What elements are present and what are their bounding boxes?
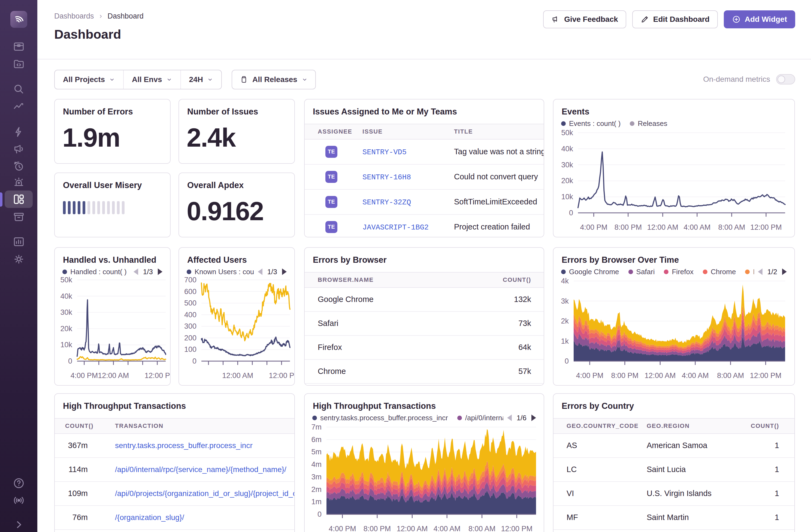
- legend-next-button[interactable]: [158, 269, 163, 275]
- page-title: Dashboard: [54, 27, 121, 42]
- svg-text:4:00 AM: 4:00 AM: [682, 371, 709, 380]
- releases-filter[interactable]: All Releases: [232, 70, 316, 89]
- sidebar-item-feedback[interactable]: [0, 140, 37, 158]
- issue-link[interactable]: SENTRY-VD5: [363, 148, 407, 156]
- add-widget-button[interactable]: Add Widget: [724, 10, 795, 28]
- legend-prev-button[interactable]: [134, 269, 138, 275]
- svg-text:12:00 PM: 12:00 PM: [501, 525, 533, 532]
- legend-items: Google ChromeSafariFirefoxChromeMobile S: [561, 268, 754, 276]
- widget-title: Handled vs. Unhandled: [55, 248, 170, 265]
- issue-link[interactable]: SENTRY-32ZQ: [363, 198, 411, 207]
- megaphone-icon: [551, 15, 560, 24]
- transaction-link[interactable]: /{organization_slug}/: [115, 513, 184, 522]
- legend-item[interactable]: Releases: [630, 119, 667, 128]
- legend-dot-icon: [630, 121, 634, 126]
- svg-text:12:00 AM: 12:00 AM: [644, 371, 676, 380]
- avatar-team-badge[interactable]: TE: [325, 196, 337, 208]
- svg-text:8:00 PM: 8:00 PM: [364, 525, 391, 532]
- transaction-link[interactable]: /api/0/projects/{organization_id_or_slug…: [115, 489, 294, 498]
- avatar-team-badge[interactable]: TE: [325, 171, 337, 183]
- issue-link[interactable]: JAVASCRIPT-1BG2: [363, 224, 429, 232]
- sidebar-item-help[interactable]: [0, 474, 37, 492]
- sidebar-item-issues[interactable]: [0, 37, 37, 56]
- legend-item[interactable]: sentry.tasks.process_buffer.process_incr: [312, 414, 448, 422]
- table-header: GEO.COUNTRY_CODE GEO.REGION COUNT(): [553, 418, 794, 434]
- sidebar-item-home[interactable]: [10, 11, 27, 28]
- transaction-link[interactable]: sentry.tasks.process_buffer.process_incr: [115, 441, 253, 450]
- misery-bar: [73, 201, 76, 214]
- legend-item[interactable]: /api/0/internal/r: [457, 414, 503, 422]
- legend-item[interactable]: Mobile S: [745, 268, 754, 276]
- legend-next-button[interactable]: [282, 269, 287, 275]
- releases-filter-label: All Releases: [253, 75, 297, 84]
- chart-legend: sentry.tasks.process_buffer.process_incr…: [305, 412, 544, 422]
- sidebar-item-profiling[interactable]: [0, 123, 37, 141]
- sidebar-item-releases[interactable]: [0, 208, 37, 226]
- legend-label: Known Users : cour: [195, 268, 254, 276]
- megaphone-icon: [13, 143, 25, 155]
- on-demand-toggle[interactable]: [776, 74, 795, 85]
- breadcrumb-dashboards[interactable]: Dashboards: [54, 12, 94, 20]
- legend-label: Handled : count( ): [70, 268, 127, 276]
- svg-text:20k: 20k: [60, 324, 72, 333]
- avatar-team-badge[interactable]: TE: [325, 221, 337, 233]
- legend-prev-button[interactable]: [258, 269, 262, 275]
- legend-item[interactable]: Chrome: [703, 268, 736, 276]
- sidebar-item-alerts[interactable]: [0, 173, 37, 192]
- help-icon: [13, 477, 25, 489]
- svg-text:4:00 PM: 4:00 PM: [328, 525, 356, 532]
- browser-over-time-chart-plot[interactable]: 01k2k3k4k4:00 PM8:00 PM12:00 AM4:00 AM8:…: [553, 276, 794, 385]
- transaction-link[interactable]: /api/0/internal/rpc/{service_name}/{meth…: [115, 465, 287, 474]
- sidebar-item-replays[interactable]: [0, 157, 37, 175]
- sidebar-item-explore[interactable]: [0, 80, 37, 98]
- svg-text:0: 0: [569, 209, 573, 217]
- edit-dashboard-button[interactable]: Edit Dashboard: [632, 10, 718, 28]
- sidebar-item-broadcast[interactable]: [0, 491, 37, 509]
- legend-item[interactable]: Firefox: [664, 268, 693, 276]
- column-header-title: TITLE: [454, 128, 544, 135]
- throughput-chart-plot[interactable]: 01m2m3m4m5m6m7m4:00 PM8:00 PM12:00 AM4:0…: [305, 422, 544, 532]
- legend-item[interactable]: Safari: [628, 268, 655, 276]
- legend-dot-icon: [745, 270, 750, 274]
- give-feedback-button[interactable]: Give Feedback: [543, 10, 626, 28]
- svg-text:4:00 AM: 4:00 AM: [684, 223, 710, 231]
- affected-users-chart-plot[interactable]: 010020030040050060070012:00 AM12:00 P: [179, 276, 294, 385]
- handled-chart-plot[interactable]: 010k20k30k40k50k4:00 PM12:00 AM12:00 P: [55, 276, 170, 385]
- sidebar-item-projects[interactable]: [0, 55, 37, 73]
- chart-legend: Events : count( )Releases: [553, 117, 794, 128]
- table-row: VI U.S. Virgin Islands 1: [553, 482, 794, 506]
- country-code: LC: [553, 465, 647, 474]
- legend-item[interactable]: Handled : count( ): [62, 268, 127, 276]
- filter-bar: All Projects All Envs 24H All Releases: [54, 70, 316, 89]
- svg-text:12:00 AM: 12:00 AM: [647, 223, 678, 231]
- legend-prev-button[interactable]: [758, 269, 763, 275]
- svg-text:200: 200: [184, 334, 197, 342]
- legend-next-button[interactable]: [782, 269, 787, 275]
- column-header-issue: ISSUE: [363, 128, 454, 135]
- widget-issues-assigned: Issues Assigned to Me or My Teams ASSIGN…: [304, 99, 544, 238]
- projects-filter[interactable]: All Projects: [55, 70, 124, 89]
- envs-filter[interactable]: All Envs: [124, 70, 181, 89]
- country-code: AS: [553, 441, 647, 450]
- sidebar-item-settings[interactable]: [0, 250, 37, 268]
- sidebar-item-performance[interactable]: [0, 97, 37, 116]
- sidebar-item-dashboards[interactable]: [0, 190, 37, 208]
- svg-text:8:00 AM: 8:00 AM: [469, 525, 495, 532]
- sidebar-item-stats[interactable]: [0, 233, 37, 251]
- legend-item[interactable]: Events : count( ): [561, 119, 621, 128]
- issue-link[interactable]: SENTRY-16H8: [363, 173, 411, 182]
- legend-item[interactable]: Google Chrome: [561, 268, 619, 276]
- sidebar-collapse-button[interactable]: [0, 516, 37, 532]
- legend-prev-button[interactable]: [507, 414, 512, 421]
- svg-text:8:00 AM: 8:00 AM: [718, 223, 745, 231]
- events-chart-plot[interactable]: 010k20k30k40k50k4:00 PM8:00 PM12:00 AM4:…: [553, 128, 794, 237]
- svg-text:500: 500: [184, 299, 197, 307]
- legend-next-button[interactable]: [531, 414, 536, 421]
- number-of-issues-value: 2.4k: [179, 117, 294, 153]
- misery-bar: [82, 201, 85, 214]
- svg-text:5m: 5m: [311, 448, 322, 456]
- legend-label: Safari: [636, 268, 655, 276]
- avatar-team-badge[interactable]: TE: [325, 146, 337, 158]
- period-filter[interactable]: 24H: [181, 70, 221, 89]
- legend-item[interactable]: Known Users : cour: [187, 268, 254, 276]
